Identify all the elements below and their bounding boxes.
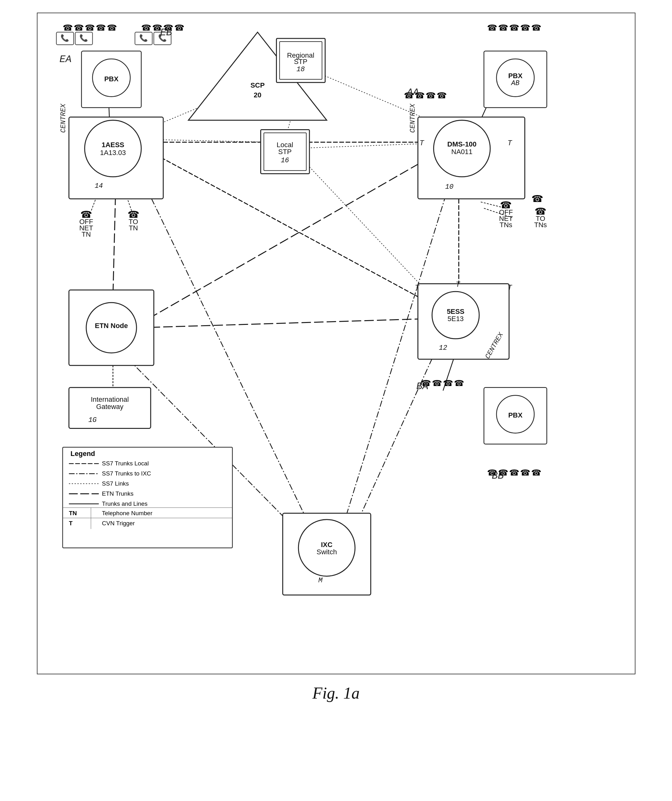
t-label-dms-right: T [507,139,512,148]
t-label-5ess-top: T [455,280,461,289]
svg-text:☎: ☎ [520,23,530,32]
pbx-ba-label: PBX [508,411,522,419]
off-net-right-label3: TNs [499,221,512,229]
svg-text:☎: ☎ [509,468,519,477]
intl-gw-label2: Gateway [96,403,124,410]
figure-caption: Fig. 1a [312,684,360,702]
ea-label: EA [59,53,71,65]
svg-text:☎: ☎ [106,23,117,32]
bb-label: BB [492,470,503,482]
phones-ea-top: ☎ ☎ ☎ ☎ ☎ [63,23,117,32]
legend-tn-abbr: TN [69,510,77,516]
page: 1AESS 1A13.03 14 DMS-100 NA011 10 5ESS 5… [0,0,672,801]
svg-text:☎: ☎ [443,379,453,388]
local-stp-number: 16 [281,157,289,164]
svg-text:☎: ☎ [84,23,95,32]
legend-label-etn: ETN Trunks [102,490,133,497]
dms100-number: 10 [445,183,453,191]
eb-label: EB [160,27,172,39]
1aess-sublabel: 1A13.03 [100,149,126,157]
svg-text:☎: ☎ [531,23,541,32]
phones-ab-top: ☎ ☎ ☎ ☎ ☎ [487,23,541,32]
svg-text:☎: ☎ [487,23,497,32]
to-tns-label2: TNs [534,221,547,229]
legend-title: Legend [70,450,95,458]
network-diagram: 1AESS 1A13.03 14 DMS-100 NA011 10 5ESS 5… [37,13,635,674]
regional-stp-number: 18 [296,66,305,73]
ixc-number: M [318,577,323,584]
regional-stp-stp: STP [294,58,307,66]
pbx-ab-label: PBX [508,72,522,80]
t-label-5ess-left: T [415,284,420,292]
scp-number: 20 [254,91,261,99]
5ess-sublabel: 5E13 [447,315,463,323]
phone-ea-2: 📞 [75,32,92,45]
svg-text:☎: ☎ [498,23,508,32]
t-label-5ess-right: T [507,284,512,292]
to-tn-label2: TN [129,224,138,232]
svg-text:☎: ☎ [141,23,151,32]
1aess-label: 1AESS [101,141,124,149]
legend-t-abbr: T [69,520,72,526]
pbx-ab-number: AB [510,79,519,87]
1aess-number: 14 [95,182,103,190]
centrex-right-label: CENTREX [409,103,417,133]
svg-text:☎: ☎ [63,23,72,32]
legend-label-ss7-local: SS7 Trunks Local [102,460,149,466]
phone-ea-1: 📞 [56,32,73,45]
intl-gw-label1: International [91,396,129,403]
legend-label-ss7-links: SS7 Links [102,480,129,487]
svg-text:☎: ☎ [95,23,106,32]
ixc-sublabel: Switch [316,548,337,556]
legend-label-ss7-ixc: SS7 Trunks to IXC [102,470,151,477]
svg-text:☎: ☎ [509,23,519,32]
centrex-left-label: CENTREX [59,103,67,133]
legend-label-trunks: Trunks and Lines [102,500,148,507]
svg-text:📞: 📞 [79,34,88,42]
5ess-number: 12 [439,344,447,352]
ixc-label: IXC [321,541,333,548]
phone-to-tns-right: ☎ [532,193,543,204]
svg-text:📞: 📞 [61,34,69,42]
5ess-label: 5ESS [447,307,465,315]
etn-label: ETN Node [95,322,128,330]
svg-text:☎: ☎ [174,23,184,32]
legend-tn-label: Telephone Number [102,510,152,516]
svg-text:☎: ☎ [426,91,436,100]
svg-line-4 [336,174,452,548]
svg-text:📞: 📞 [139,34,148,42]
svg-text:☎: ☎ [73,23,84,32]
ba-label: BA [416,381,428,392]
svg-line-14 [138,318,440,328]
svg-text:☎: ☎ [437,91,447,100]
svg-line-15 [138,151,440,325]
svg-text:☎: ☎ [520,468,530,477]
svg-text:☎: ☎ [454,379,464,388]
legend-t-label: CVN Trigger [102,520,135,526]
dms100-sublabel: NA011 [451,148,472,156]
off-net-label3: TN [82,230,91,238]
svg-text:☎: ☎ [531,468,541,477]
dms100-label: DMS-100 [447,140,476,148]
intl-gw-number: 1G [88,416,96,424]
aa-label: AA [406,87,419,98]
svg-text:☎: ☎ [432,379,442,388]
phone-eb-1: 📞 [135,32,152,45]
scp-label: SCP [250,81,264,89]
t-label-dms-left: T [419,139,424,148]
diagram-container: 1AESS 1A13.03 14 DMS-100 NA011 10 5ESS 5… [37,13,635,674]
pbx-ea-label: PBX [104,75,118,83]
local-stp-stp: STP [278,148,292,156]
